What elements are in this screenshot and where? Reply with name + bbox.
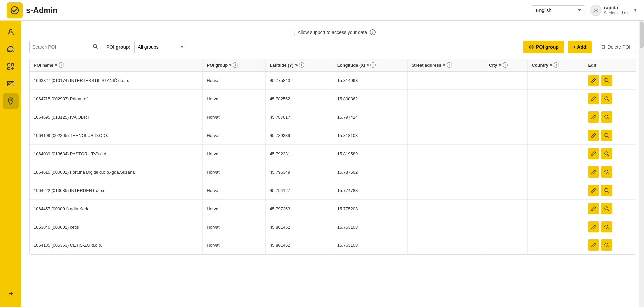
cell-city-9	[485, 236, 528, 254]
search-location-button-0[interactable]	[601, 75, 612, 86]
cell-country-5	[528, 163, 584, 181]
cell-city-2	[485, 108, 528, 126]
search-location-button-3[interactable]	[601, 130, 612, 141]
city-info-icon[interactable]: i	[503, 62, 508, 68]
longitude-info-icon[interactable]: i	[370, 62, 376, 68]
search-location-button-6[interactable]	[601, 185, 612, 196]
user-avatar	[590, 5, 601, 16]
cell-street-address-1	[407, 90, 485, 108]
cell-street-address-9	[407, 236, 485, 254]
search-location-button-5[interactable]	[601, 166, 612, 178]
cell-street-address-6	[407, 181, 485, 200]
user-info: rapida Sledenje d.o.o.	[604, 5, 631, 16]
edit-button-3[interactable]	[588, 130, 599, 141]
scrollbar-thumb[interactable]	[640, 21, 644, 48]
search-location-button-7[interactable]	[601, 203, 612, 214]
cell-poi-group-3: Horvat	[203, 126, 266, 145]
support-checkbox[interactable]	[290, 30, 295, 35]
poi-group-sort-icon[interactable]: ⇅	[229, 63, 231, 67]
cell-poi-name-2: 1064695 (013125) IVA OBRT	[30, 108, 203, 126]
edit-button-2[interactable]	[588, 111, 599, 123]
search-button[interactable]	[92, 44, 99, 50]
search-location-button-1[interactable]	[601, 93, 612, 104]
latitude-info-icon[interactable]: i	[299, 62, 304, 68]
sidebar-item-user[interactable]	[3, 24, 19, 40]
col-header-latitude: Latitude (Y) ⇅ i	[266, 59, 333, 71]
country-sort-icon[interactable]: ⇅	[550, 63, 552, 67]
col-header-street-address: Street address ⇅ i	[407, 59, 485, 71]
search-location-button-4[interactable]	[601, 148, 612, 159]
edit-button-5[interactable]	[588, 166, 599, 178]
cell-country-1	[528, 90, 584, 108]
search-location-button-8[interactable]	[601, 221, 612, 232]
edit-button-8[interactable]	[588, 221, 599, 232]
cell-longitude-2: 15.797424	[333, 108, 407, 126]
table-header-row: POI name ⇅ i POI group ⇅ i	[30, 59, 636, 71]
col-header-city: City ⇅ i	[485, 59, 528, 71]
edit-button-1[interactable]	[588, 93, 599, 104]
edit-button-9[interactable]	[588, 239, 599, 251]
street-address-info-icon[interactable]: i	[447, 62, 452, 68]
longitude-sort-icon[interactable]: ⇅	[366, 63, 369, 67]
cell-latitude-4: 45.792331	[266, 145, 333, 163]
street-address-sort-icon[interactable]: ⇅	[443, 63, 445, 67]
language-select[interactable]: English	[532, 5, 585, 15]
top-header: s-Admin English rapida Sledenje d.o.o. ▼	[0, 0, 644, 21]
cell-poi-name-1: 1064715 (002937) Prima refil	[30, 90, 203, 108]
sidebar-item-reports[interactable]	[3, 59, 19, 75]
cell-country-3	[528, 126, 584, 145]
cell-edit-3	[584, 126, 636, 145]
cell-street-address-8	[407, 218, 485, 236]
sidebar-item-idcard[interactable]	[3, 76, 19, 92]
support-info-icon[interactable]: i	[370, 29, 376, 35]
edit-button-6[interactable]	[588, 185, 599, 196]
search-location-button-9[interactable]	[601, 239, 612, 251]
support-bar: Allow support to access your data i	[29, 26, 636, 41]
svg-rect-9	[8, 67, 10, 70]
table-row: 1064222 (013085) INTERDENT d.o.o. Horvat…	[30, 181, 636, 200]
delete-poi-button[interactable]: Delete POI	[596, 41, 636, 53]
search-poi-input[interactable]	[32, 44, 92, 50]
country-info-icon[interactable]: i	[554, 62, 559, 68]
cell-street-address-7	[407, 200, 485, 218]
app-title: s-Admin	[26, 6, 58, 15]
cell-latitude-3: 45.789339	[266, 126, 333, 145]
poi-group-button[interactable]: POI group	[523, 41, 564, 53]
cell-edit-6	[584, 181, 636, 200]
table-row: 1064199 (002305) TEHNOLUB D.O.O. Horvat …	[30, 126, 636, 145]
poi-group-label: POI group:	[106, 44, 130, 50]
edit-button-0[interactable]	[588, 75, 599, 86]
sidebar-item-collapse[interactable]	[3, 286, 19, 302]
sidebar-item-poi[interactable]	[3, 93, 19, 109]
table-body: 1063827 (010174) INTERTEKSTIL STANIĆ d.o…	[30, 71, 636, 254]
sidebar-item-vehicle[interactable]	[3, 41, 19, 57]
cell-edit-4	[584, 145, 636, 163]
cell-poi-group-9: Horvat	[203, 236, 266, 254]
cell-poi-name-0: 1063827 (010174) INTERTEKSTIL STANIĆ d.o…	[30, 71, 203, 90]
svg-point-12	[10, 99, 12, 101]
svg-point-17	[532, 47, 533, 48]
poi-name-info-icon[interactable]: i	[59, 62, 64, 68]
sidebar	[0, 21, 21, 307]
latitude-sort-icon[interactable]: ⇅	[295, 63, 298, 67]
table-row: 1064457 (000001) gdin.Karlo Horvat 45.79…	[30, 200, 636, 218]
table-wrap: POI name ⇅ i POI group ⇅ i	[29, 59, 636, 255]
edit-button-4[interactable]	[588, 148, 599, 159]
cell-longitude-5: 15.787602	[333, 163, 407, 181]
poi-name-sort-icon[interactable]: ⇅	[55, 63, 57, 67]
poi-group-select[interactable]: All groups	[134, 41, 187, 53]
cell-country-7	[528, 200, 584, 218]
user-area[interactable]: rapida Sledenje d.o.o. ▼	[590, 5, 637, 16]
cell-city-7	[485, 200, 528, 218]
city-sort-icon[interactable]: ⇅	[499, 63, 501, 67]
search-location-button-2[interactable]	[601, 111, 612, 123]
col-header-edit: Edit	[584, 59, 636, 71]
add-button[interactable]: + Add	[568, 41, 592, 53]
poi-group-info-icon[interactable]: i	[233, 62, 238, 68]
scrollbar[interactable]	[639, 21, 644, 307]
cell-street-address-5	[407, 163, 485, 181]
cell-city-5	[485, 163, 528, 181]
cell-edit-5	[584, 163, 636, 181]
edit-button-7[interactable]	[588, 203, 599, 214]
cell-country-8	[528, 218, 584, 236]
